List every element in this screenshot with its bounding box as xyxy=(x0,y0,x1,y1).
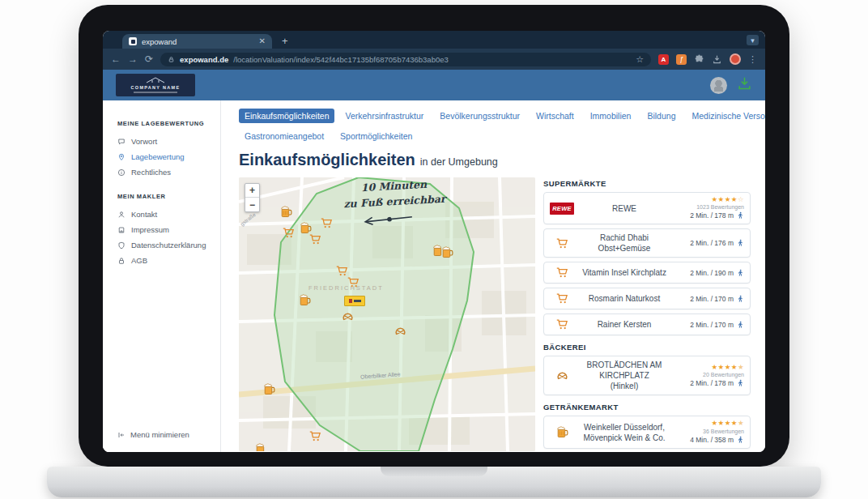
minimize-menu-button[interactable]: Menü minimieren xyxy=(117,430,189,439)
poi-card[interactable]: Vitamin Insel Kirchplatz 2 Min. / 190 m xyxy=(543,262,751,284)
tab-bildung[interactable]: Bildung xyxy=(641,109,681,123)
sidebar-section-title: MEINE LAGEBEWERTUNG xyxy=(117,120,220,127)
map[interactable]: + − 10 Minuten zu Fuß erreichbar xyxy=(239,177,535,451)
distance-label: 2 Min. / 170 m xyxy=(690,295,734,303)
section-supermaerkte: SUPERMÄRKTE REWE REWE ★★★★☆ 1023 Bewertu… xyxy=(543,179,751,335)
poi-card[interactable]: Rachid Dhabi Obst+Gemüse 2 Min. / 176 m xyxy=(543,228,751,258)
zoom-out-button[interactable]: − xyxy=(245,198,259,211)
highlighted-poi-marker[interactable] xyxy=(344,296,365,306)
tab-search-chevron-icon[interactable]: ▾ xyxy=(747,35,759,45)
sidebar-item-agb[interactable]: AGB xyxy=(103,253,220,268)
zoom-in-button[interactable]: + xyxy=(245,184,259,198)
walking-icon xyxy=(736,435,744,445)
company-tagline-line xyxy=(134,92,177,93)
extensions-puzzle-icon[interactable] xyxy=(694,54,704,65)
beer-map-pin[interactable] xyxy=(254,442,268,451)
cart-map-pin[interactable] xyxy=(308,429,322,443)
beer-icon xyxy=(550,425,574,439)
tab-immobilien[interactable]: Immobilien xyxy=(585,109,637,123)
rewe-logo: REWE xyxy=(550,203,574,215)
distance-label: 2 Min. / 176 m xyxy=(690,239,734,247)
site-info-icon[interactable] xyxy=(168,56,175,63)
poi-card[interactable]: Rainer Kersten 2 Min. / 170 m xyxy=(543,313,751,335)
laptop-frame: expowand ✕ + ▾ ← → ⟳ expowand.de /locati… xyxy=(79,5,789,467)
review-count: 1023 Bewertungen xyxy=(696,204,744,210)
browser-tab[interactable]: expowand ✕ xyxy=(122,34,272,49)
web-page: COMPANY NAME MEINE LAGEBEWERTUNG Vorw xyxy=(103,70,765,452)
star-rating: ★★★★★ xyxy=(711,364,744,371)
company-logo[interactable]: COMPANY NAME xyxy=(116,74,195,96)
page-subtitle: in der Umgebung xyxy=(420,156,498,168)
sidebar-item-vorwort[interactable]: Vorwort xyxy=(103,134,220,149)
storefront-icon xyxy=(117,226,126,234)
beer-map-pin[interactable] xyxy=(262,382,276,396)
beer-map-pin[interactable] xyxy=(440,245,454,259)
sidebar-item-rechtliches[interactable]: Rechtliches xyxy=(103,164,220,180)
pretzel-map-pin[interactable] xyxy=(341,309,355,323)
pdf-extension-icon[interactable]: A xyxy=(658,54,669,65)
tab-sportmoeglichkeiten[interactable]: Sportmöglichkeiten xyxy=(334,129,418,143)
sidebar-item-lagebewertung[interactable]: Lagebewertung xyxy=(103,149,220,164)
walking-icon xyxy=(736,320,744,330)
section-getraenkemarkt: GETRÄNKEMARKT Weinkeller Düsseldorf,Möve… xyxy=(543,403,751,448)
distance-label: 2 Min. / 190 m xyxy=(690,269,734,277)
reload-icon[interactable]: ⟳ xyxy=(145,54,153,64)
company-name: COMPANY NAME xyxy=(131,85,181,90)
sidebar-item-impressum[interactable]: Impressum xyxy=(103,222,220,237)
back-icon[interactable]: ← xyxy=(111,54,121,64)
pretzel-map-pin[interactable] xyxy=(394,324,407,338)
distance-label: 4 Min. / 358 m xyxy=(690,436,734,444)
tab-title: expowand xyxy=(142,37,254,46)
fx-extension-icon[interactable]: ƒ xyxy=(676,54,687,65)
poi-card[interactable]: BROTLÄDCHEN AM KIRCHPLATZ(Hinkel) ★★★★★ … xyxy=(543,356,751,395)
cart-map-pin[interactable] xyxy=(282,226,296,240)
beer-map-pin[interactable] xyxy=(279,205,293,219)
tab-wirtschaft[interactable]: Wirtschaft xyxy=(530,109,580,123)
distance-label: 2 Min. / 170 m xyxy=(690,321,734,329)
results-panel: SUPERMÄRKTE REWE REWE ★★★★☆ 1023 Bewertu… xyxy=(543,177,751,452)
tab-favicon xyxy=(129,37,137,45)
browser-profile-avatar[interactable] xyxy=(730,53,741,65)
downloads-icon[interactable] xyxy=(712,54,722,65)
new-tab-button[interactable]: + xyxy=(282,35,288,47)
tab-verkehrsinfrastruktur[interactable]: Verkehrsinfrastruktur xyxy=(339,109,429,123)
browser-tabstrip: expowand ✕ + ▾ xyxy=(103,31,765,49)
tab-close-icon[interactable]: ✕ xyxy=(259,37,266,45)
walking-icon xyxy=(736,211,744,220)
beer-map-pin[interactable] xyxy=(298,293,312,307)
speech-bubble-icon xyxy=(117,138,126,146)
user-avatar[interactable] xyxy=(710,77,727,94)
tab-bevoelkerungsstruktur[interactable]: Bevölkerungsstruktur xyxy=(434,109,525,123)
laptop-base xyxy=(47,467,821,497)
browser-menu-icon[interactable]: ⋮ xyxy=(748,54,757,65)
walking-icon xyxy=(736,238,744,248)
section-baeckerei: BÄCKEREI BROTLÄDCHEN AM KIRCHPLATZ(Hinke… xyxy=(543,343,751,395)
location-pin-icon xyxy=(117,153,126,161)
cart-map-pin[interactable] xyxy=(347,275,360,289)
download-report-icon[interactable] xyxy=(737,76,752,95)
tab-einkaufsmoeglichkeiten[interactable]: Einkaufsmöglichkeiten xyxy=(239,109,334,123)
app-header: COMPANY NAME xyxy=(103,70,765,100)
forward-icon[interactable]: → xyxy=(128,54,138,64)
cart-map-pin[interactable] xyxy=(308,232,322,246)
category-tabs-row-2: Gastronomieangebot Sportmöglichkeiten xyxy=(239,129,751,143)
cart-icon xyxy=(550,266,574,279)
walking-icon xyxy=(736,268,744,278)
review-count: 20 Bewertungen xyxy=(703,372,744,377)
sidebar-item-datenschutz[interactable]: Datenschutzerklärung xyxy=(103,237,220,253)
sidebar-section-title: MEIN MAKLER xyxy=(117,193,220,200)
bookmark-star-icon[interactable]: ☆ xyxy=(636,54,644,65)
poi-card-rewe[interactable]: REWE REWE ★★★★☆ 1023 Bewertungen 2 Min. … xyxy=(543,192,751,224)
url-bar[interactable]: expowand.de /locationValuation/index/542… xyxy=(160,53,651,66)
tab-medizinische-versorgung[interactable]: Medizinische Versorgung xyxy=(686,109,765,123)
cart-map-pin[interactable] xyxy=(320,216,334,230)
poi-card[interactable]: Rosmarin Naturkost 2 Min. / 170 m xyxy=(543,288,751,309)
sidebar-item-kontakt[interactable]: Kontakt xyxy=(103,207,220,222)
cart-icon xyxy=(550,318,574,331)
laptop-screen: expowand ✕ + ▾ ← → ⟳ expowand.de /locati… xyxy=(103,31,765,452)
collapse-left-icon xyxy=(117,431,126,439)
tab-gastronomieangebot[interactable]: Gastronomieangebot xyxy=(239,129,330,143)
info-circle-icon xyxy=(117,168,126,177)
poi-card[interactable]: Weinkeller Düsseldorf,Mövenpick Wein & C… xyxy=(543,416,751,448)
url-host: expowand.de xyxy=(180,55,228,64)
